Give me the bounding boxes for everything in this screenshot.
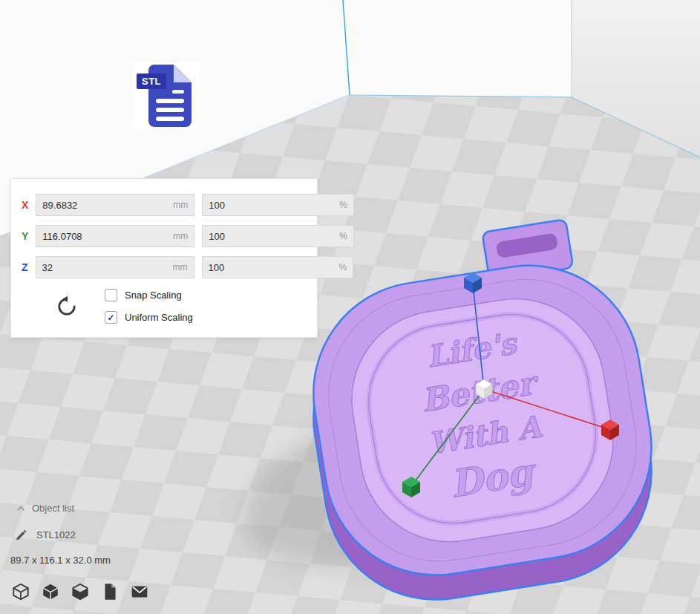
file-view-button[interactable] xyxy=(99,581,120,602)
scale-x-mm-field[interactable]: mm xyxy=(36,194,194,216)
bottom-toolbar xyxy=(10,581,150,602)
percent-unit-label: % xyxy=(339,262,353,272)
reset-scale-button[interactable] xyxy=(56,295,78,318)
stl-file-icon: STL xyxy=(132,62,200,130)
axis-x-label: X xyxy=(22,199,28,211)
envelope-icon xyxy=(130,582,149,601)
checkbox-unchecked[interactable] xyxy=(105,289,117,301)
view-cube-section-button[interactable] xyxy=(70,581,91,602)
checkbox-checked[interactable]: ✓ xyxy=(105,311,117,324)
file-icon xyxy=(100,582,120,601)
object-name: STL1022 xyxy=(36,529,76,540)
scale-z-percent-input[interactable] xyxy=(203,262,339,273)
scale-x-mm-input[interactable] xyxy=(36,200,173,211)
snap-scaling-checkbox[interactable]: Snap Scaling xyxy=(105,289,193,301)
scale-z-mm-input[interactable] xyxy=(36,262,173,273)
scale-z-mm-field[interactable]: mm xyxy=(36,256,194,278)
object-list-toggle[interactable]: Object list xyxy=(16,503,74,514)
scale-x-percent-input[interactable] xyxy=(203,200,339,211)
scale-x-percent-field[interactable]: % xyxy=(202,194,354,216)
scale-row-x: X mm % xyxy=(22,194,307,216)
view-cube-solid-button[interactable] xyxy=(40,581,61,602)
mm-unit-label: mm xyxy=(173,231,194,241)
axis-y-label: Y xyxy=(22,230,28,242)
scale-y-percent-field[interactable]: % xyxy=(202,225,354,247)
scale-y-mm-field[interactable]: mm xyxy=(36,225,194,247)
scale-z-percent-field[interactable]: % xyxy=(202,256,354,278)
scale-y-percent-input[interactable] xyxy=(203,231,339,242)
scale-tool-panel: X mm % Y mm % Z mm % xyxy=(10,178,318,338)
snap-scaling-label: Snap Scaling xyxy=(125,290,182,301)
percent-unit-label: % xyxy=(339,200,353,210)
stl-file-label: STL xyxy=(142,76,161,87)
scale-y-mm-input[interactable] xyxy=(36,231,173,242)
cube-section-icon xyxy=(71,582,90,601)
scale-row-z: Z mm % xyxy=(22,256,307,278)
mail-export-button[interactable] xyxy=(129,581,150,602)
stl-file-thumbnail[interactable]: STL xyxy=(132,62,200,130)
object-list-item[interactable]: STL1022 xyxy=(15,529,76,541)
object-dimensions: 89.7 x 116.1 x 32.0 mm xyxy=(10,555,111,566)
percent-unit-label: % xyxy=(339,231,353,241)
reset-icon xyxy=(56,295,78,318)
scale-panel-controls: Snap Scaling ✓ Uniform Scaling xyxy=(56,289,307,324)
pencil-icon xyxy=(15,529,27,541)
uniform-scaling-checkbox[interactable]: ✓ Uniform Scaling xyxy=(105,311,193,324)
scale-row-y: Y mm % xyxy=(22,225,307,247)
object-list-label: Object list xyxy=(32,503,74,514)
view-cube-outline-button[interactable] xyxy=(10,581,31,602)
cube-outline-icon xyxy=(11,582,30,601)
check-icon: ✓ xyxy=(107,313,114,323)
mm-unit-label: mm xyxy=(173,262,194,272)
cube-solid-icon xyxy=(41,582,60,601)
mm-unit-label: mm xyxy=(173,200,194,210)
uniform-scaling-label: Uniform Scaling xyxy=(125,312,193,323)
axis-z-label: Z xyxy=(22,261,28,273)
chevron-up-icon xyxy=(16,506,25,512)
